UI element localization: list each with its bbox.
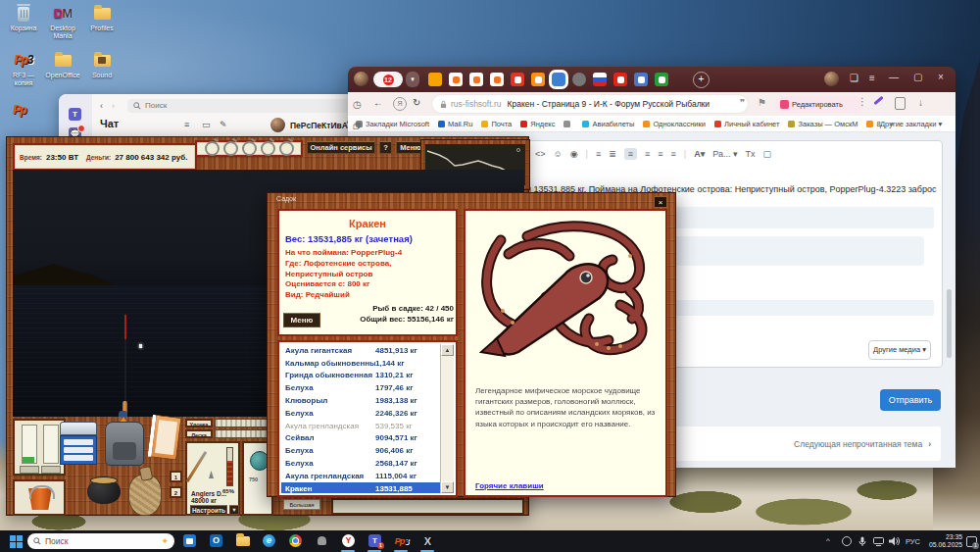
rf3-taskbar-icon[interactable]: Pp3 [394,533,409,548]
tab-favicon[interactable] [428,73,442,86]
bucket-panel[interactable] [13,479,66,516]
fish-row[interactable]: Сейвал9094,571 кг [281,432,440,445]
tab-favicon[interactable] [469,73,483,86]
rod-slot-icon[interactable] [205,141,220,156]
active-tab-favicon[interactable] [552,73,565,86]
new-tab-button[interactable]: + [693,72,710,88]
close-button[interactable]: × [938,72,944,82]
tab-favicon[interactable] [531,73,545,86]
bookmark-flag-icon[interactable]: ⚑ [758,97,766,108]
network-icon[interactable] [873,537,884,546]
clear-format-button[interactable]: Tx [745,149,755,159]
dropdown-button[interactable]: ▼ [229,505,239,515]
tab-favicon[interactable] [572,73,586,86]
edge-icon[interactable]: e [262,533,276,548]
fish-row[interactable]: Акула гренландская1115,004 кг [281,470,440,482]
fish-row[interactable]: Гринда обыкновенная1310,21 кг [281,370,440,382]
tab-favicon[interactable] [490,73,504,86]
tray-expand-icon[interactable]: ^ [826,536,830,545]
back-button[interactable]: ← [373,97,383,108]
chrome-icon[interactable] [288,533,303,548]
hotkeys-link[interactable]: Горячие клавиши [475,481,544,490]
download-icon[interactable]: ↓ [918,97,923,108]
desktop-icon-profiles[interactable]: Profiles [82,5,122,32]
other-bookmarks[interactable]: Другие закладки ▾ [880,120,942,128]
tackle-box-icon[interactable] [60,422,97,465]
collections-icon[interactable]: 🗇 [353,122,362,131]
menu-icon[interactable]: ≡ [869,73,875,83]
equipped-rod-panel[interactable]: 65% Anglers D... 48000 кг Настроить ▼ [185,441,240,516]
teams-logo-icon[interactable]: T [69,108,81,121]
rod-slot-icon[interactable] [261,141,275,156]
bookmark-item[interactable]: Почта [481,120,512,128]
fish-row[interactable]: Белуха906,406 кг [281,444,440,457]
back-arrow-icon[interactable]: ‹ [100,101,103,111]
volume-icon[interactable] [889,536,900,546]
fish-row[interactable]: Клюворыл1983,138 кг [281,394,440,407]
comments-icon[interactable]: ❞ [740,97,745,108]
preview-eye-icon[interactable]: ◉ [570,149,578,159]
desktop-icon-rf-partial[interactable]: Pp [0,102,39,122]
tab-favicon[interactable] [449,73,463,86]
hotkey-slot-2[interactable]: 2 [170,486,182,498]
bookmark-item[interactable]: Личный кабинет [714,120,779,128]
scroll-up-icon[interactable]: ▲ [441,344,454,356]
yandex-services-icon[interactable]: Я [393,97,407,111]
address-bar[interactable]: rus-fishsoft.ru Кракен - Страница 9 - И-… [432,95,748,113]
tab-favicon[interactable] [613,73,627,86]
start-button[interactable] [10,535,23,548]
teams-search-input[interactable]: Поиск [127,99,370,113]
fish-row[interactable]: Акула гренландская539,535 кг [281,420,440,432]
tray-app-icon[interactable] [842,536,852,546]
video-call-icon[interactable]: ▭ [202,120,211,129]
game-x-icon[interactable]: X [420,533,435,548]
edit-button[interactable]: Редактировать [775,96,863,113]
more-options-icon[interactable]: ⋮ [858,96,867,107]
pencil-icon[interactable] [873,96,883,105]
fish-row[interactable]: Кальмар обыкновенный1,144 кг [281,357,440,370]
chevron-down-icon[interactable]: ▾ [406,72,419,87]
tab-favicons[interactable] [428,73,675,86]
microphone-icon[interactable] [858,536,866,547]
gear-icon[interactable] [564,121,573,127]
desktop-icon-desktop-mania[interactable]: DM Desktop Mania [43,5,82,40]
font-size-dropdown[interactable]: Ра... ▾ [712,149,737,159]
bookmark-item[interactable]: Авиабилеты [582,120,634,128]
cauldron-icon[interactable] [85,471,122,510]
tab-favicon[interactable] [511,73,524,86]
scrollbar[interactable] [947,289,952,358]
desktop-icon-recycle-bin[interactable]: Корзина [4,5,43,32]
close-button[interactable]: × [654,196,667,208]
rod-slot-icon[interactable] [279,141,294,156]
filter-icon[interactable]: ≡ [184,120,189,129]
hotkey-slot-1[interactable]: 1 [170,471,182,482]
refresh-icon[interactable]: ↻ [413,97,420,108]
dialog-menu-button[interactable]: Меню [283,313,320,327]
tab-counter[interactable]: 12 [373,72,403,87]
history-clock-icon[interactable]: ◷ [353,99,362,110]
desktop-icon-rf3[interactable]: Pp3 RF3 — копия [4,52,43,87]
setup-button[interactable]: Настроить [190,505,227,515]
rod-slots-panel[interactable] [195,140,303,157]
text-color-button[interactable]: A▾ [694,149,705,159]
align-center-icon[interactable]: ≡ [645,149,650,159]
compose-icon[interactable]: ✎ [220,120,227,129]
notification-center-icon[interactable]: 1 [966,536,977,547]
fish-row-selected[interactable]: Кракен13531,885 [281,482,440,493]
next-topic-link[interactable]: Следующая непрочитанная тема [794,439,922,449]
avatar[interactable] [270,118,285,132]
bookmark-item[interactable]: Заказы — ОмскМ [788,120,858,128]
fish-row[interactable]: Акула гигантская4851,913 кг [281,344,440,357]
rod-slot-icon[interactable] [223,141,238,156]
scroll-down-icon[interactable]: ▼ [441,481,454,493]
taskbar-clock[interactable]: 23:35 05.06.2025 [929,533,962,549]
code-icon[interactable]: <> [535,149,546,159]
align-left-icon[interactable]: ≡ [624,148,637,160]
desktop-icon-sound[interactable]: Sound [82,52,122,79]
align-justify-icon[interactable]: ≡ [671,149,676,159]
clipboard-icon[interactable] [895,97,906,110]
store-icon[interactable] [182,533,197,548]
keepnet-meters-panel[interactable] [13,419,66,476]
bookmark-item[interactable]: 8 [866,120,880,128]
bullet-list-icon[interactable]: ≡ [596,149,601,159]
